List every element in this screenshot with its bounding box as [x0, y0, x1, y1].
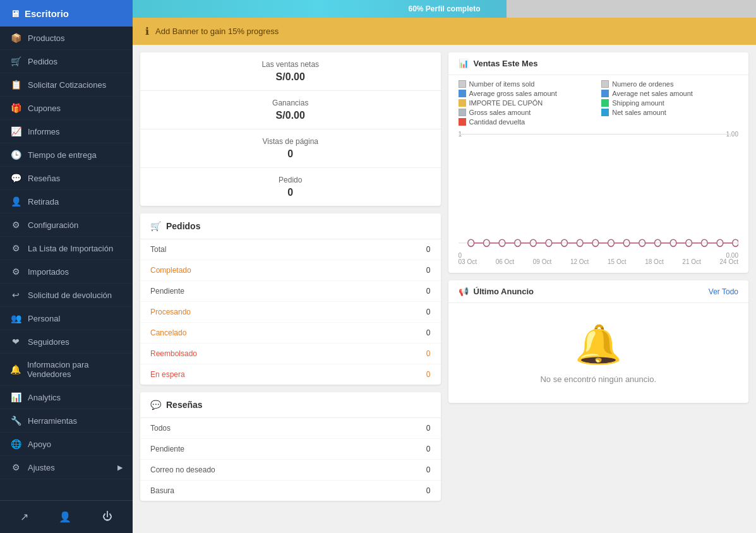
sidebar-item-importados[interactable]: ⚙ Importados — [0, 260, 133, 284]
legend-item: Numero de ordenes — [601, 80, 738, 88]
ajustes-arrow: ▶ — [117, 464, 123, 472]
pedidos-card-icon: 🛒 — [150, 221, 161, 231]
sidebar-item-solicitud-devolucion[interactable]: ↩ Solicitud de devolución — [0, 284, 133, 307]
sidebar-item-herramientas[interactable]: 🔧 Herramientas — [0, 409, 133, 433]
sidebar-item-retirada[interactable]: 👤 Retirada — [0, 190, 133, 213]
banner-info-icon: ℹ — [145, 25, 149, 37]
pedido-row-count: 0 — [426, 266, 431, 275]
banner-text: Add Banner to gain 15% progress — [155, 27, 279, 36]
sidebar-title: Escritorio — [25, 8, 69, 19]
pedido-row-count: 0 — [426, 308, 431, 316]
sidebar-item-solicitar-cotizaciones[interactable]: 📋 Solicitar Cotizaciones — [0, 73, 133, 97]
pedido-stat-row: Pedido 0 — [140, 168, 441, 206]
chart-x-labels: 03 Oct06 Oct09 Oct12 Oct15 Oct18 Oct21 O… — [459, 257, 739, 268]
external-link-button[interactable]: ↗ — [15, 508, 33, 525]
resenas-card: 💬 Reseñas Todos 0 Pendiente 0 Correo no … — [140, 392, 441, 501]
personal-icon: 👥 — [10, 313, 21, 323]
importados-icon: ⚙ — [10, 266, 21, 277]
sidebar: 🖥 Escritorio 📦 Productos 🛒 Pedidos 📋 Sol… — [0, 0, 133, 533]
sidebar-item-tiempo-de-entrega[interactable]: 🕒 Tiempo de entrega — [0, 143, 133, 167]
legend-item: Number of items sold — [459, 80, 596, 88]
vistas-label: Vistas de página — [153, 137, 428, 146]
solicitud-devolucion-label: Solicitud de devolución — [28, 290, 112, 300]
legend-color-box — [459, 118, 466, 126]
sidebar-item-pedidos[interactable]: 🛒 Pedidos — [0, 50, 133, 73]
pedido-row-label[interactable]: Reembolsado — [150, 349, 197, 358]
chart-x-label: 12 Oct — [570, 258, 589, 265]
ganancias-label: Ganancias — [153, 99, 428, 107]
resena-row-count: 0 — [426, 424, 431, 433]
pedidos-card-title: 🛒 Pedidos — [140, 213, 441, 239]
sidebar-item-lista-importacion[interactable]: ⚙ La Lista de Importación — [0, 237, 133, 260]
cupones-label: Cupones — [28, 104, 61, 113]
legend-item: Gross sales amount — [459, 109, 596, 116]
legend-color-box — [601, 80, 609, 88]
user-profile-button[interactable]: 👤 — [54, 508, 76, 525]
sidebar-item-apoyo[interactable]: 🌐 Apoyo — [0, 433, 133, 456]
sidebar-item-analytics[interactable]: 📊 Analytics — [0, 386, 133, 409]
sidebar-item-cupones[interactable]: 🎁 Cupones — [0, 97, 133, 120]
resenas-card-title: 💬 Reseñas — [140, 392, 441, 418]
pedido-row-label[interactable]: En espera — [150, 370, 185, 379]
cupones-icon: 🎁 — [10, 103, 21, 113]
informacion-vendedores-label: Informacion para Vendedores — [27, 360, 123, 379]
announcement-body: 🔔 No se encontró ningún anuncio. — [448, 303, 749, 403]
pedidos-icon: 🛒 — [10, 56, 21, 66]
chart-x-label: 15 Oct — [608, 258, 626, 265]
chart-area: 1 1.00 — [448, 131, 749, 273]
sidebar-item-configuracion[interactable]: ⚙ Configuración — [0, 213, 133, 237]
legend-label: Average gross sales amount — [469, 90, 557, 97]
pedido-row-count: 0 — [426, 245, 431, 254]
importados-label: Importados — [28, 267, 69, 277]
legend-color-box — [459, 109, 466, 116]
pedido-stat-label: Pedido — [153, 176, 428, 184]
herramientas-label: Herramientas — [28, 416, 77, 426]
legend-color-box — [601, 90, 609, 97]
chart-x-label: 21 Oct — [682, 258, 700, 265]
pedido-row-label: Pendiente — [150, 287, 184, 296]
logout-button[interactable]: ⏻ — [97, 508, 117, 525]
lista-importacion-label: La Lista de Importación — [28, 244, 113, 253]
sidebar-header: 🖥 Escritorio — [0, 0, 133, 27]
pedido-row-label[interactable]: Procesando — [150, 308, 191, 316]
sidebar-item-informes[interactable]: 📈 Informes — [0, 120, 133, 143]
chart-x-label: 18 Oct — [645, 258, 663, 265]
chart-svg — [459, 131, 739, 257]
legend-color-box — [459, 99, 466, 107]
table-row: Total 0 — [140, 239, 441, 260]
pedido-row-label[interactable]: Cancelado — [150, 328, 186, 337]
vistas-value: 0 — [153, 148, 428, 160]
chart-legend: Number of items sold Numero de ordenes A… — [448, 75, 749, 131]
productos-label: Productos — [28, 33, 65, 43]
legend-item: IMPORTE DEL CUPÓN — [459, 99, 596, 107]
ver-todo-link[interactable]: Ver Todo — [709, 287, 738, 296]
list-item: Todos 0 — [140, 418, 441, 439]
sidebar-item-ajustes[interactable]: ⚙ Ajustes ▶ — [0, 456, 133, 479]
sidebar-item-productos[interactable]: 📦 Productos — [0, 27, 133, 50]
sidebar-item-seguidores[interactable]: ❤ Seguidores — [0, 330, 133, 354]
banner-bar: ℹ Add Banner to gain 15% progress — [133, 18, 756, 45]
tiempo-de-entrega-label: Tiempo de entrega — [28, 150, 97, 160]
informes-label: Informes — [28, 127, 60, 136]
resenas-icon: 💬 — [10, 173, 21, 183]
legend-item: Cantidad devuelta — [459, 118, 596, 126]
table-row: Cancelado 0 — [140, 323, 441, 344]
pedido-row-label[interactable]: Completado — [150, 266, 191, 275]
resena-row-label: Todos — [150, 424, 171, 433]
pedido-row-label: Total — [150, 245, 166, 254]
legend-color-box — [459, 90, 466, 97]
sidebar-item-personal[interactable]: 👥 Personal — [0, 307, 133, 330]
resena-row-count: 0 — [426, 445, 431, 453]
legend-label: Gross sales amount — [469, 109, 531, 116]
seguidores-label: Seguidores — [28, 337, 69, 347]
table-row: Reembolsado 0 — [140, 344, 441, 364]
informacion-vendedores-icon: 🔔 — [10, 364, 21, 374]
configuracion-label: Configuración — [28, 220, 78, 230]
escritorio-icon: 🖥 — [10, 8, 20, 19]
sidebar-item-informacion-vendedores[interactable]: 🔔 Informacion para Vendedores — [0, 354, 133, 386]
sidebar-item-resenas[interactable]: 💬 Reseñas — [0, 167, 133, 190]
legend-color-box — [459, 80, 466, 88]
ventas-netas-value: S/0.00 — [153, 71, 428, 83]
ganancias-value: S/0.00 — [153, 110, 428, 121]
announcement-title-label: Último Anuncio — [474, 287, 534, 296]
